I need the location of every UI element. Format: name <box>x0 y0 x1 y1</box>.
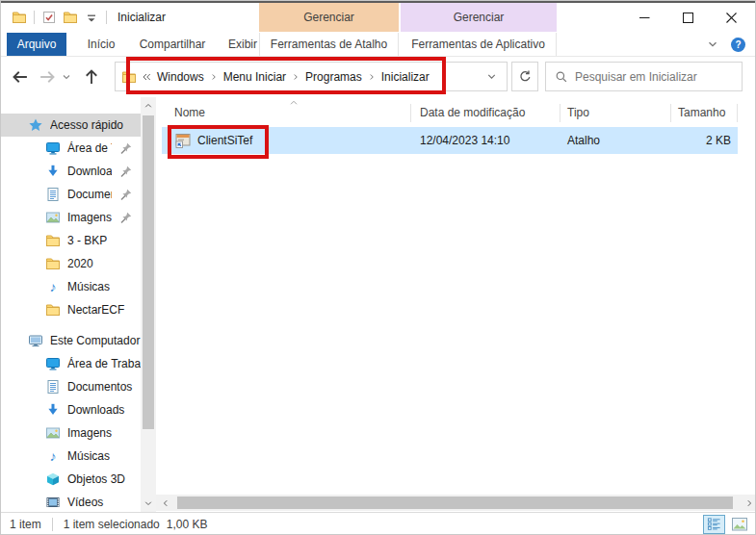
picture-icon <box>45 210 61 225</box>
sidebar-item-label: Documentos <box>67 188 112 201</box>
status-separator <box>52 518 53 531</box>
thumbnails-view-button[interactable] <box>728 515 750 534</box>
picture-icon <box>45 425 61 441</box>
sidebar-scrollbar-thumb[interactable] <box>143 115 154 429</box>
column-divider[interactable] <box>737 104 738 122</box>
sidebar-item-downloads-qa[interactable]: Downloads <box>1 160 141 183</box>
maximize-button[interactable] <box>666 3 710 32</box>
document-icon <box>45 187 61 202</box>
forward-arrow-icon[interactable] <box>38 67 57 87</box>
computer-icon <box>28 333 43 348</box>
sidebar-item-objetos-3d[interactable]: Objetos 3D <box>1 468 141 491</box>
sidebar-item-videos[interactable]: Vídeos <box>1 491 141 512</box>
breadcrumb-chevron-icon[interactable] <box>367 71 377 83</box>
download-icon <box>45 164 61 179</box>
sidebar-item-area-de-trabalho[interactable]: Área de Trabalho <box>1 352 141 375</box>
column-divider[interactable] <box>410 104 411 122</box>
app-folder-icon <box>9 8 30 27</box>
minimize-button[interactable] <box>623 3 666 32</box>
sidebar-item-label: Objetos 3D <box>67 472 141 486</box>
scroll-left-icon[interactable] <box>157 495 173 511</box>
sidebar-item-acesso-rapido[interactable]: Acesso rápido <box>1 114 141 137</box>
sidebar-item-nectarecf[interactable]: NectarECF <box>1 298 141 321</box>
contextual-group-shortcut: Gerenciar <box>259 3 399 32</box>
quick-access-toolbar: Inicializar <box>9 3 166 32</box>
sidebar-item-label: Área de Traba <box>67 141 112 155</box>
column-header-row: Nome Data de modificação Tipo Tamanho <box>156 100 756 125</box>
sidebar-item-documentos[interactable]: Documentos <box>1 375 141 398</box>
refresh-button[interactable] <box>511 62 538 91</box>
quick-access-star-icon <box>28 117 43 133</box>
address-bar[interactable]: Windows Menu Iniciar Programas Inicializ… <box>115 62 508 91</box>
close-button[interactable] <box>710 3 753 32</box>
column-header-tipo[interactable]: Tipo <box>567 106 589 119</box>
address-folder-icon <box>121 69 137 85</box>
tab-ferramentas-de-aplicativo[interactable]: Ferramentas de Aplicativo <box>401 33 557 56</box>
window-title: Inicializar <box>117 11 166 24</box>
breadcrumb-segment-menu-iniciar[interactable]: Menu Iniciar <box>219 70 291 84</box>
sidebar-item-este-computador[interactable]: Este Computador <box>1 329 141 352</box>
sidebar-item-2020[interactable]: 2020 <box>1 252 141 275</box>
scroll-up-icon[interactable] <box>141 98 156 114</box>
recent-locations-chevron-icon[interactable] <box>61 71 72 83</box>
expand-ribbon-chevron-icon[interactable] <box>706 38 719 51</box>
up-arrow-icon[interactable] <box>82 67 101 87</box>
column-divider[interactable] <box>670 104 671 122</box>
back-arrow-icon[interactable] <box>11 67 30 87</box>
sidebar-item-imagens-qa[interactable]: Imagens <box>1 206 141 229</box>
sort-ascending-icon <box>288 98 300 106</box>
column-divider[interactable] <box>560 104 560 122</box>
breadcrumb-segment-windows[interactable]: Windows <box>152 70 209 84</box>
tab-arquivo[interactable]: Arquivo <box>7 33 66 56</box>
tab-ferramentas-de-atalho[interactable]: Ferramentas de Atalho <box>259 33 399 56</box>
search-icon <box>555 70 568 84</box>
sidebar-item-downloads[interactable]: Downloads <box>1 398 141 421</box>
sidebar-item-label: Acesso rápido <box>50 118 141 132</box>
details-view-button[interactable] <box>703 515 725 534</box>
horizontal-scrollbar[interactable] <box>156 495 756 511</box>
pin-icon <box>118 164 134 179</box>
thumbnails-view-icon <box>732 518 747 531</box>
sidebar-item-label: Downloads <box>67 403 141 417</box>
column-header-data-de-modificacao[interactable]: Data de modificação <box>420 106 525 119</box>
column-header-tamanho[interactable]: Tamanho <box>678 106 725 119</box>
new-folder-button[interactable] <box>60 8 81 27</box>
desktop-icon <box>45 140 61 156</box>
sidebar-item-musicas-qa[interactable]: ♪ Músicas <box>1 275 141 298</box>
customize-toolbar-button[interactable] <box>81 8 102 27</box>
address-dropdown-chevron-icon[interactable] <box>485 70 498 83</box>
tab-inicio[interactable]: Início <box>74 33 128 56</box>
properties-check-button[interactable] <box>39 8 60 27</box>
breadcrumb-chevron-icon[interactable] <box>209 71 219 83</box>
sidebar-item-documentos-qa[interactable]: Documentos <box>1 183 141 206</box>
sidebar-item-label: Imagens <box>67 426 141 440</box>
sidebar-item-area-de-trabalho-qa[interactable]: Área de Traba <box>1 137 141 160</box>
navigation-pane: Acesso rápido Área de Traba Downloads Do… <box>1 97 141 512</box>
tab-compartilhar[interactable]: Compartilhar <box>128 33 217 56</box>
item-count: 1 item <box>10 518 41 531</box>
sidebar-item-musicas[interactable]: ♪ Músicas <box>1 445 141 468</box>
search-input[interactable] <box>575 70 733 84</box>
sidebar-scrollbar[interactable] <box>141 97 156 512</box>
breadcrumb-chevron-icon[interactable] <box>291 71 300 83</box>
file-type: Atalho <box>567 134 600 147</box>
sidebar-item-label: Músicas <box>67 449 141 463</box>
breadcrumb-collapse-chevrons-icon[interactable] <box>141 71 152 83</box>
scroll-right-icon[interactable] <box>741 495 756 511</box>
sidebar-item-imagens[interactable]: Imagens <box>1 421 141 445</box>
sidebar-item-label: Este Computador <box>50 334 141 347</box>
pin-icon <box>118 140 134 156</box>
breadcrumb-segment-inicializar[interactable]: Inicializar <box>377 70 434 84</box>
scroll-down-icon[interactable] <box>141 496 156 511</box>
breadcrumb-segment-programas[interactable]: Programas <box>300 70 367 84</box>
sidebar-item-label: Downloads <box>67 165 112 178</box>
file-row-clientsitef[interactable]: ClientSiTef 12/04/2023 14:10 Atalho 2 KB <box>162 127 738 154</box>
sidebar-item-label: Músicas <box>67 280 141 293</box>
help-icon[interactable]: ? <box>731 38 745 52</box>
horizontal-scrollbar-thumb[interactable] <box>177 497 733 509</box>
contextual-group-application: Gerenciar <box>401 3 557 32</box>
column-header-nome[interactable]: Nome <box>174 106 205 119</box>
sidebar-item-3-bkp[interactable]: 3 - BKP <box>1 229 141 252</box>
sidebar-item-label: 2020 <box>67 257 141 270</box>
file-size: 2 KB <box>706 134 731 147</box>
